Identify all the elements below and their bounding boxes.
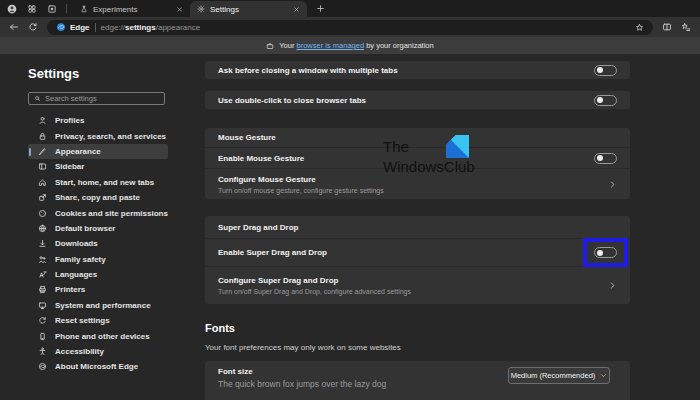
browser-icon bbox=[38, 224, 47, 233]
address-bar[interactable]: Edge edge://settings/appearance bbox=[47, 20, 653, 35]
chevron-right-icon bbox=[608, 180, 617, 189]
font-size-dropdown[interactable]: Medium (Recommended) bbox=[508, 367, 610, 384]
close-icon[interactable] bbox=[293, 6, 300, 13]
sidebar-item-family-safety[interactable]: Family safety bbox=[28, 252, 168, 267]
profile-avatar-icon[interactable] bbox=[7, 4, 17, 14]
setting-row: Ask before closing a window with multipl… bbox=[205, 61, 630, 79]
sidebar-icon bbox=[38, 162, 47, 171]
favorite-this-page-button[interactable] bbox=[635, 23, 644, 32]
sidebar-item-reset-settings[interactable]: Reset settings bbox=[28, 313, 168, 328]
sidebar-item-printers[interactable]: Printers bbox=[28, 282, 168, 297]
home-icon bbox=[38, 178, 47, 187]
enable-super-drag-row: Enable Super Drag and Drop bbox=[205, 239, 630, 266]
sidebar-item-phone-devices[interactable]: Phone and other devices bbox=[28, 328, 168, 343]
edge-logo-icon bbox=[38, 362, 47, 371]
double-click-close-toggle[interactable] bbox=[594, 95, 617, 106]
translate-icon bbox=[38, 270, 47, 279]
edge-logo-icon bbox=[56, 22, 66, 32]
search-input[interactable] bbox=[45, 94, 159, 103]
phone-icon bbox=[38, 332, 47, 341]
briefcase-icon bbox=[266, 42, 274, 50]
setting-description: Turn on/off mouse gesture, configure ges… bbox=[218, 187, 608, 194]
favorites-star-icon bbox=[681, 22, 691, 32]
group-header-row: Super Drag and Drop bbox=[205, 216, 630, 238]
setting-label: Configure Super Drag and Drop bbox=[218, 276, 608, 285]
font-sample-text: The quick brown fox jumps over the lazy … bbox=[218, 379, 508, 389]
enable-super-drag-toggle[interactable] bbox=[594, 247, 617, 258]
sidebar-item-accessibility[interactable]: Accessibility bbox=[28, 344, 168, 359]
separator bbox=[95, 23, 96, 32]
sidebar-item-start-home-newtabs[interactable]: Start, home, and new tabs bbox=[28, 175, 168, 190]
close-icon[interactable] bbox=[176, 6, 183, 13]
sidebar-item-cookies-permissions[interactable]: Cookies and site permissions bbox=[28, 205, 168, 220]
sidebar-item-languages[interactable]: Languages bbox=[28, 267, 168, 282]
sidebar-item-default-browser[interactable]: Default browser bbox=[28, 221, 168, 236]
gear-icon bbox=[197, 5, 205, 13]
tab-settings[interactable]: Settings bbox=[190, 1, 307, 17]
enable-mouse-gesture-toggle[interactable] bbox=[594, 153, 617, 164]
sidebar-item-sidebar[interactable]: Sidebar bbox=[28, 159, 168, 174]
new-tab-button[interactable] bbox=[316, 4, 325, 13]
tab-strip: Experiments Settings bbox=[0, 0, 700, 17]
address-url: edge://settings/appearance bbox=[101, 23, 201, 32]
mouse-gesture-card: Mouse Gesture Enable Mouse Gesture Confi… bbox=[205, 128, 630, 199]
setting-row: Use double-click to close browser tabs bbox=[205, 91, 630, 109]
font-size-card: Font size The quick brown fox jumps over… bbox=[205, 361, 630, 400]
sidebar-item-share-copy-paste[interactable]: Share, copy and paste bbox=[28, 190, 168, 205]
sidebar-item-downloads[interactable]: Downloads bbox=[28, 236, 168, 251]
sidebar-item-system-performance[interactable]: System and performance bbox=[28, 298, 168, 313]
fonts-section-subtitle: Your font preferences may only work on s… bbox=[205, 343, 401, 352]
search-box bbox=[28, 92, 165, 105]
selected-indicator bbox=[29, 148, 31, 156]
group-header: Super Drag and Drop bbox=[218, 223, 298, 232]
chevron-right-icon bbox=[608, 281, 617, 290]
lock-icon bbox=[38, 132, 47, 141]
cookie-icon bbox=[38, 209, 47, 218]
setting-label: Configure Mouse Gesture bbox=[218, 175, 608, 184]
group-header-row: Mouse Gesture bbox=[205, 128, 630, 147]
tab-title: Experiments bbox=[93, 5, 171, 14]
configure-super-drag-row[interactable]: Configure Super Drag and Drop Turn on/of… bbox=[205, 267, 630, 304]
address-brand: Edge bbox=[70, 23, 90, 32]
window-icon[interactable] bbox=[47, 4, 57, 14]
reset-icon bbox=[38, 316, 47, 325]
toggle-knob bbox=[597, 97, 603, 103]
configure-mouse-gesture-row[interactable]: Configure Mouse Gesture Turn on/off mous… bbox=[205, 169, 630, 199]
accessibility-icon bbox=[38, 347, 47, 356]
tab-experiments[interactable]: Experiments bbox=[73, 1, 190, 17]
toggle-knob bbox=[597, 155, 603, 161]
printer-icon bbox=[38, 285, 47, 294]
settings-content: Ask before closing a window with multipl… bbox=[195, 54, 700, 400]
split-screen-button[interactable] bbox=[662, 22, 672, 32]
search-icon bbox=[34, 95, 41, 102]
back-button[interactable] bbox=[9, 22, 19, 32]
managed-banner: Your browser is managed by your organiza… bbox=[0, 37, 700, 54]
managed-link[interactable]: browser is managed bbox=[297, 41, 365, 50]
highlight-annotation-box bbox=[583, 238, 628, 267]
sidebar-item-appearance[interactable]: Appearance bbox=[28, 144, 168, 159]
sidebar-item-privacy[interactable]: Privacy, search, and services bbox=[28, 128, 168, 143]
ask-before-closing-card: Ask before closing a window with multipl… bbox=[205, 61, 630, 79]
group-header: Mouse Gesture bbox=[218, 133, 276, 142]
setting-label: Use double-click to close browser tabs bbox=[218, 96, 594, 105]
sidebar-item-profiles[interactable]: Profiles bbox=[28, 113, 168, 128]
super-drag-card: Super Drag and Drop Enable Super Drag an… bbox=[205, 216, 630, 304]
refresh-icon bbox=[28, 22, 38, 32]
sidebar-item-about-edge[interactable]: About Microsoft Edge bbox=[28, 359, 168, 374]
edge-badge: Edge bbox=[56, 22, 90, 32]
star-icon bbox=[635, 23, 644, 32]
refresh-button[interactable] bbox=[28, 22, 38, 32]
sidebar-nav: Profiles Privacy, search, and services A… bbox=[28, 113, 168, 375]
separator bbox=[66, 4, 67, 13]
family-icon bbox=[38, 255, 47, 264]
favorites-button[interactable] bbox=[681, 22, 691, 32]
dropdown-value: Medium (Recommended) bbox=[511, 371, 596, 380]
setting-label: Ask before closing a window with multipl… bbox=[218, 66, 594, 75]
workspaces-icon[interactable] bbox=[27, 4, 37, 14]
setting-description: Turn on/off Super Drag and Drop, configu… bbox=[218, 288, 608, 295]
toggle-knob bbox=[597, 67, 603, 73]
share-icon bbox=[38, 193, 47, 202]
toggle-knob bbox=[597, 250, 603, 256]
ask-before-closing-toggle[interactable] bbox=[594, 65, 617, 76]
font-size-row: Font size The quick brown fox jumps over… bbox=[205, 361, 630, 389]
